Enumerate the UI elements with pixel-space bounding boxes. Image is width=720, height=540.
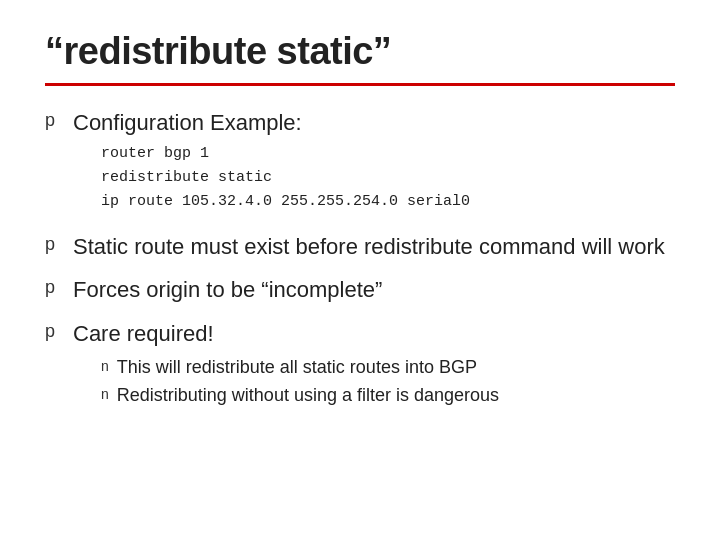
sub-bullet-marker-1: n (101, 358, 109, 374)
slide: “redistribute static” p Configuration Ex… (0, 0, 720, 540)
bullet-1-content: Configuration Example: router bgp 1 redi… (73, 108, 470, 218)
bullet-item-4: p Care required! n This will redistribut… (45, 319, 675, 407)
bullet-4-content: Care required! n This will redistribute … (73, 319, 499, 407)
bullet-3-text: Forces origin to be “incomplete” (73, 275, 382, 305)
sub-bullet-marker-2: n (101, 386, 109, 402)
sub-bullet-item-1: n This will redistribute all static rout… (101, 355, 499, 379)
bullet-item-3: p Forces origin to be “incomplete” (45, 275, 675, 305)
code-line-1: router bgp 1 (101, 142, 470, 166)
bullet-marker-4: p (45, 321, 63, 342)
code-line-3: ip route 105.32.4.0 255.255.254.0 serial… (101, 190, 470, 214)
bullet-4-text: Care required! (73, 321, 214, 346)
code-line-2: redistribute static (101, 166, 470, 190)
bullet-marker-2: p (45, 234, 63, 255)
slide-content: p Configuration Example: router bgp 1 re… (45, 108, 675, 510)
bullet-1-text: Configuration Example: (73, 110, 302, 135)
sub-bullet-item-2: n Redistributing without using a filter … (101, 383, 499, 407)
code-block: router bgp 1 redistribute static ip rout… (101, 142, 470, 214)
bullet-item-2: p Static route must exist before redistr… (45, 232, 675, 262)
sub-bullet-1-text: This will redistribute all static routes… (117, 355, 477, 379)
bullet-item-1: p Configuration Example: router bgp 1 re… (45, 108, 675, 218)
sub-bullet-2-text: Redistributing without using a filter is… (117, 383, 499, 407)
sub-bullets: n This will redistribute all static rout… (101, 355, 499, 408)
bullet-2-text: Static route must exist before redistrib… (73, 232, 665, 262)
bullet-marker-3: p (45, 277, 63, 298)
title-area: “redistribute static” (45, 30, 675, 86)
slide-title: “redistribute static” (45, 30, 675, 73)
bullet-marker-1: p (45, 110, 63, 131)
